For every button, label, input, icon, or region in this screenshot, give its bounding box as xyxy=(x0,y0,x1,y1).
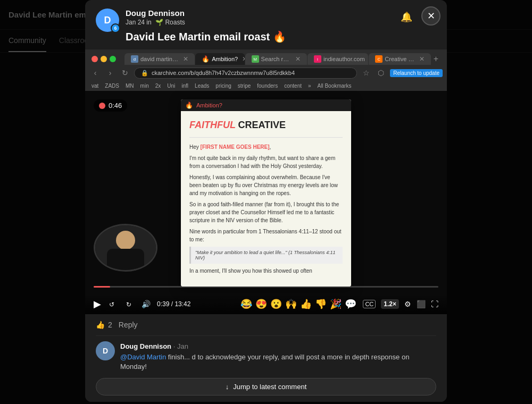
svg-text:↻: ↻ xyxy=(126,301,131,308)
forward-button[interactable]: ↻ xyxy=(124,299,135,309)
like-button[interactable]: 👍 2 xyxy=(96,321,112,329)
bookmark-item[interactable]: MN xyxy=(123,82,136,89)
browser-tab-2[interactable]: M Search results - doug@dou... ✕ xyxy=(245,53,307,65)
browser-tab-4[interactable]: C Creative 🔥 fire in your inbo... ✕ xyxy=(369,53,430,65)
reaction-thumbs-down[interactable]: 👎 xyxy=(315,298,327,310)
bookmark-item[interactable]: stripe xyxy=(236,82,253,89)
person-head xyxy=(116,231,135,250)
email-content: 🔥 Ambition? FAITHFUL CREATIVE Hey [FIRST… xyxy=(181,99,351,287)
reaction-comment[interactable]: 💬 xyxy=(345,298,356,310)
bookmark-icon[interactable]: ☆ xyxy=(360,67,372,79)
video-controls: ▶ ↺ ↻ 🔊 0:39 / 13:42 xyxy=(85,294,447,314)
modal-container: ✕ D 6 Doug Dennison Jan 24 in 🌱 Roasts xyxy=(85,0,447,402)
modal-post-title: David Lee Martin email roast 🔥 xyxy=(126,30,286,43)
modal-overlay: ✕ D 6 Doug Dennison Jan 24 in 🌱 Roasts xyxy=(0,0,532,404)
all-bookmarks[interactable]: All Bookmarks xyxy=(315,82,354,89)
refresh-button[interactable]: ↻ xyxy=(119,67,131,79)
bookmark-item[interactable]: ZADS xyxy=(103,82,121,89)
bookmark-item[interactable]: founders xyxy=(255,82,280,89)
fullscreen-button[interactable]: ⛶ xyxy=(431,300,438,308)
settings-button[interactable]: ⚙ xyxy=(404,300,411,308)
bookmark-item[interactable]: vat xyxy=(89,82,101,89)
modal-header: D 6 Doug Dennison Jan 24 in 🌱 Roasts Dav… xyxy=(85,0,447,50)
reply-button[interactable]: Reply xyxy=(119,321,138,329)
person-body xyxy=(107,249,144,270)
bookmark-item[interactable]: min xyxy=(138,82,151,89)
email-quote: "Make it your ambition to lead a quiet l… xyxy=(189,247,343,264)
reaction-hands[interactable]: 🙌 xyxy=(285,298,297,310)
bookmark-item[interactable]: 2x xyxy=(153,82,163,89)
tab-close-icon[interactable]: ✕ xyxy=(242,55,244,63)
modal-user-meta: Doug Dennison Jan 24 in 🌱 Roasts David L… xyxy=(126,9,286,43)
comment-block: D Doug Dennison · Jan @David Martin fini… xyxy=(96,335,436,372)
url-bar[interactable]: 🔒 ckarchive.com/b/qdu8h7h47v2czbzwnnmw7u… xyxy=(134,68,357,79)
cc-button[interactable]: CC xyxy=(363,300,376,308)
progress-bar-background[interactable] xyxy=(94,286,438,288)
theater-button[interactable]: ⬛ xyxy=(417,300,426,308)
extensions-icon[interactable]: ⬡ xyxy=(375,67,387,79)
tab-close-icon[interactable]: ✕ xyxy=(295,55,301,63)
comment-mention: @David Martin xyxy=(120,353,166,361)
reaction-love[interactable]: 😍 xyxy=(255,298,267,310)
bookmark-item[interactable]: Leads xyxy=(193,82,211,89)
rec-time: 0:46 xyxy=(109,102,122,110)
new-tab-icon[interactable]: + xyxy=(434,54,438,64)
webcam-inner xyxy=(95,225,156,270)
browser-bookmarks: vat ZADS MN min 2x Uni infl Leads pricin… xyxy=(85,81,447,91)
video-container: 🔥 Ambition? FAITHFUL CREATIVE Hey [FIRST… xyxy=(85,91,447,314)
traffic-red[interactable] xyxy=(92,56,98,62)
emoji-reactions: 😂 😍 😮 🙌 👍 👎 🎉 💬 xyxy=(240,298,356,310)
browser-tab-3[interactable]: i indieauthor.com ✕ xyxy=(307,53,368,65)
email-para3: So in a good faith-filled manner (far fr… xyxy=(189,200,343,224)
time-display: 0:39 / 13:42 xyxy=(157,300,190,308)
email-divider xyxy=(189,137,343,138)
back-button[interactable]: ‹ xyxy=(89,67,101,79)
forward-button[interactable]: › xyxy=(104,67,116,79)
bookmark-item[interactable]: infl xyxy=(179,82,190,89)
arrow-down-icon: ↓ xyxy=(226,383,229,391)
browser-tab-1[interactable]: 🔥 Ambition? ✕ xyxy=(195,53,244,65)
tab-close-icon[interactable]: ✕ xyxy=(419,55,425,63)
fire-icon: 🔥 xyxy=(185,102,193,109)
email-para1: I'm not quite back in my daily rhythm, b… xyxy=(189,154,343,170)
video-progress[interactable] xyxy=(85,286,447,288)
volume-button[interactable]: 🔊 xyxy=(142,300,151,308)
email-para5: In a moment, I'll show you how this show… xyxy=(189,267,343,275)
browser-tabs: d david martin review – Drop... ✕ 🔥 Ambi… xyxy=(120,53,443,65)
comment-body: Doug Dennison · Jan @David Martin finish… xyxy=(120,341,436,372)
reaction-wow[interactable]: 😮 xyxy=(270,298,282,310)
modal-meta-row: Jan 24 in 🌱 Roasts xyxy=(126,19,286,26)
bookmark-more[interactable]: » xyxy=(306,82,313,89)
bell-icon[interactable]: 🔔 xyxy=(398,9,415,26)
progress-bar-fill xyxy=(94,286,110,288)
play-pause-button[interactable]: ▶ xyxy=(94,298,101,310)
tab-close-icon[interactable]: ✕ xyxy=(183,55,188,63)
webcam-person xyxy=(95,225,156,270)
reaction-thumbs-up[interactable]: 👍 xyxy=(300,298,312,310)
comments-section: 👍 2 Reply D Doug Dennison · Jan @David M… xyxy=(85,314,447,402)
reaction-party[interactable]: 🎉 xyxy=(330,298,342,310)
bookmark-item[interactable]: pricing xyxy=(213,82,233,89)
avatar-wrap: D 6 xyxy=(96,9,119,32)
avatar-badge: 6 xyxy=(111,23,120,33)
browser-window: d david martin review – Drop... ✕ 🔥 Ambi… xyxy=(85,50,447,314)
relaunch-button[interactable]: Relaunch to update xyxy=(390,69,443,77)
rec-dot xyxy=(99,103,105,109)
browser-tab-0[interactable]: d david martin review – Drop... ✕ xyxy=(124,53,195,65)
comment-author: Doug Dennison · Jan xyxy=(120,342,188,350)
reaction-laugh[interactable]: 😂 xyxy=(240,298,252,310)
comment-text: @David Martin finish... d to acknowledge… xyxy=(120,352,436,372)
close-button[interactable]: ✕ xyxy=(421,6,440,26)
jump-to-latest[interactable]: ↓ Jump to latest comment xyxy=(96,378,436,395)
bookmark-item[interactable]: content xyxy=(282,82,304,89)
rewind-button[interactable]: ↺ xyxy=(107,299,118,309)
browser-chrome: d david martin review – Drop... ✕ 🔥 Ambi… xyxy=(85,50,447,91)
bookmark-item[interactable]: Uni xyxy=(165,82,177,89)
email-tab-bar: 🔥 Ambition? xyxy=(181,99,351,111)
traffic-yellow[interactable] xyxy=(101,56,107,62)
comment-avatar: D xyxy=(96,341,115,360)
speed-badge[interactable]: 1.2× xyxy=(381,299,399,309)
traffic-green[interactable] xyxy=(110,56,116,62)
email-body: FAITHFUL CREATIVE Hey [FIRST NAME GOES H… xyxy=(181,111,351,287)
email-greeting: Hey [FIRST NAME GOES HERE], xyxy=(189,143,343,151)
